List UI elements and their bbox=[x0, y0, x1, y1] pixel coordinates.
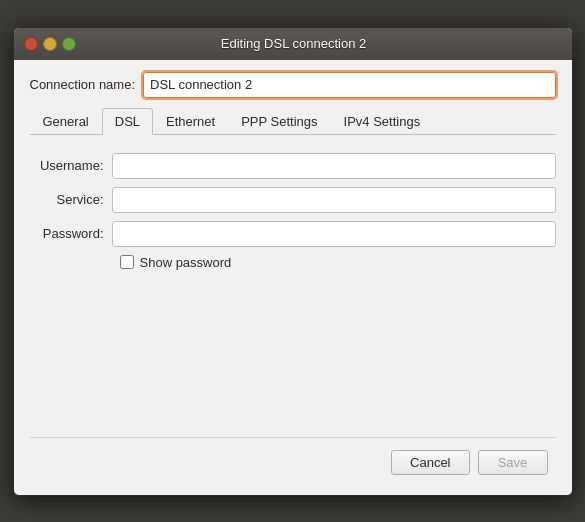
minimize-button[interactable] bbox=[43, 37, 57, 51]
service-input[interactable] bbox=[112, 187, 556, 213]
username-label: Username: bbox=[30, 158, 112, 173]
show-password-row: Show password bbox=[120, 255, 556, 270]
tab-ipv4-settings[interactable]: IPv4 Settings bbox=[331, 108, 434, 135]
button-row: Cancel Save bbox=[30, 437, 556, 479]
titlebar-title: Editing DSL connection 2 bbox=[84, 36, 504, 51]
dsl-form: Username: Service: Password: Show passwo… bbox=[30, 149, 556, 274]
tab-bar: General DSL Ethernet PPP Settings IPv4 S… bbox=[30, 108, 556, 135]
cancel-button[interactable]: Cancel bbox=[391, 450, 469, 475]
tab-ethernet[interactable]: Ethernet bbox=[153, 108, 228, 135]
connection-name-label: Connection name: bbox=[30, 77, 136, 92]
username-row: Username: bbox=[30, 153, 556, 179]
username-input[interactable] bbox=[112, 153, 556, 179]
main-window: Editing DSL connection 2 Connection name… bbox=[13, 27, 573, 496]
service-label: Service: bbox=[30, 192, 112, 207]
titlebar: Editing DSL connection 2 bbox=[14, 28, 572, 60]
connection-name-row: Connection name: bbox=[30, 72, 556, 98]
tab-dsl[interactable]: DSL bbox=[102, 108, 153, 135]
show-password-label[interactable]: Show password bbox=[140, 255, 232, 270]
titlebar-buttons bbox=[24, 37, 76, 51]
dialog-content: Connection name: General DSL Ethernet PP… bbox=[14, 60, 572, 495]
tab-content-dsl: Username: Service: Password: Show passwo… bbox=[30, 149, 556, 429]
close-button[interactable] bbox=[24, 37, 38, 51]
password-input[interactable] bbox=[112, 221, 556, 247]
service-row: Service: bbox=[30, 187, 556, 213]
password-label: Password: bbox=[30, 226, 112, 241]
password-row: Password: bbox=[30, 221, 556, 247]
show-password-checkbox[interactable] bbox=[120, 255, 134, 269]
maximize-button[interactable] bbox=[62, 37, 76, 51]
connection-name-input[interactable] bbox=[143, 72, 555, 98]
save-button[interactable]: Save bbox=[478, 450, 548, 475]
tab-general[interactable]: General bbox=[30, 108, 102, 135]
tab-ppp-settings[interactable]: PPP Settings bbox=[228, 108, 330, 135]
